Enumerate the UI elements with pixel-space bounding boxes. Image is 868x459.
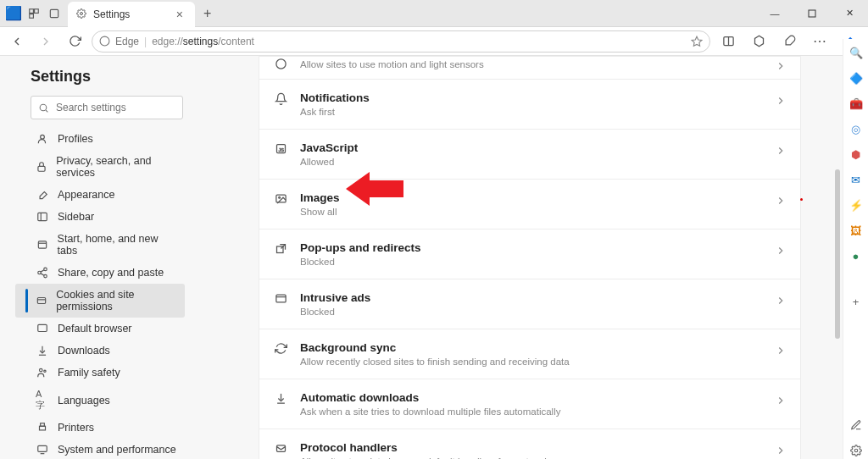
strip-image-icon[interactable]: 🖼 bbox=[848, 222, 865, 239]
workspaces-icon[interactable] bbox=[27, 7, 41, 20]
svg-point-20 bbox=[44, 274, 47, 278]
nav-item-label: Share, copy and paste bbox=[58, 267, 164, 279]
nav-item-label: Printers bbox=[58, 422, 94, 434]
nav-item-share[interactable]: Share, copy and paste bbox=[15, 262, 185, 284]
svg-rect-3 bbox=[50, 9, 58, 17]
family-icon bbox=[36, 367, 49, 379]
permission-desc: Ask when a site tries to download multip… bbox=[300, 406, 763, 417]
settings-search[interactable] bbox=[31, 96, 183, 119]
nav-item-download[interactable]: Downloads bbox=[15, 340, 185, 362]
search-icon bbox=[38, 102, 49, 113]
forward-button[interactable] bbox=[34, 30, 58, 53]
tab-actions-icon[interactable] bbox=[47, 7, 61, 20]
browser-right-sidebar: 🔍 🔷 🧰 ◎ ⬢ ✉ ⚡ 🖼 ● + bbox=[843, 39, 868, 459]
nav-item-label: Start, home, and new tabs bbox=[58, 233, 178, 257]
chevron-right-icon bbox=[775, 295, 787, 307]
gear-icon bbox=[76, 8, 88, 20]
nav-item-label: Cookies and site permissions bbox=[56, 289, 178, 312]
nav-item-browser[interactable]: Default browser bbox=[15, 318, 185, 340]
strip-shopping-icon[interactable]: 🔷 bbox=[848, 69, 865, 86]
permission-row-sync[interactable]: Background syncAllow recently closed sit… bbox=[259, 329, 801, 379]
split-screen-icon[interactable] bbox=[715, 30, 741, 53]
svg-rect-16 bbox=[38, 241, 46, 248]
favorite-icon[interactable] bbox=[691, 36, 703, 47]
strip-onenote-icon[interactable]: ● bbox=[848, 247, 865, 264]
close-window-button[interactable]: ✕ bbox=[831, 0, 868, 27]
svg-point-6 bbox=[100, 36, 109, 46]
permission-title: Protocol handlers bbox=[300, 441, 763, 454]
permission-row-dl[interactable]: Automatic downloadsAsk when a site tries… bbox=[259, 379, 801, 429]
settings-search-input[interactable] bbox=[56, 102, 183, 113]
address-bar[interactable]: Edge | edge://settings/content bbox=[92, 30, 710, 53]
maximize-button[interactable] bbox=[793, 0, 831, 27]
recording-indicator bbox=[800, 198, 803, 201]
nav-item-sidebar[interactable]: Sidebar bbox=[15, 206, 185, 228]
printer-icon bbox=[36, 422, 49, 434]
strip-outlook-icon[interactable]: ✉ bbox=[848, 171, 865, 188]
dl-icon bbox=[273, 392, 288, 405]
settings-sidebar: Settings ProfilesPrivacy, search, and se… bbox=[0, 56, 197, 459]
strip-add-icon[interactable]: + bbox=[848, 293, 865, 310]
nav-item-cookies[interactable]: Cookies and site permissions bbox=[15, 284, 185, 318]
permission-desc: Blocked bbox=[300, 307, 763, 317]
new-tab-button[interactable]: + bbox=[195, 6, 220, 21]
permission-row-ads[interactable]: Intrusive adsBlocked bbox=[259, 279, 801, 329]
site-info-icon[interactable] bbox=[99, 36, 110, 47]
svg-point-4 bbox=[81, 12, 83, 14]
collections-icon[interactable] bbox=[746, 30, 771, 53]
svg-rect-2 bbox=[30, 14, 34, 18]
scrollbar-thumb[interactable] bbox=[835, 169, 840, 339]
strip-edit-icon[interactable] bbox=[848, 417, 865, 434]
chevron-right-icon bbox=[775, 245, 787, 257]
permissions-list: Allow sites to use motion and light sens… bbox=[259, 56, 801, 459]
nav-item-printer[interactable]: Printers bbox=[15, 417, 185, 439]
svg-point-40 bbox=[278, 196, 280, 198]
svg-marker-7 bbox=[692, 36, 702, 46]
menu-icon[interactable]: ⋯ bbox=[807, 30, 832, 53]
strip-search-icon[interactable]: 🔍 bbox=[848, 44, 865, 61]
svg-point-12 bbox=[41, 135, 45, 139]
nav-item-label: Languages bbox=[58, 395, 110, 406]
permission-row-js[interactable]: JSJavaScriptAllowed bbox=[259, 130, 801, 180]
refresh-button[interactable] bbox=[63, 30, 86, 53]
close-tab-button[interactable]: × bbox=[173, 8, 186, 21]
system-icon bbox=[36, 444, 49, 456]
permission-row-bell[interactable]: NotificationsAsk first bbox=[259, 80, 801, 130]
permission-title: Notifications bbox=[300, 91, 763, 104]
svg-line-11 bbox=[46, 110, 47, 112]
browser-tab[interactable]: Settings × bbox=[68, 2, 195, 27]
permission-desc: Blocked bbox=[300, 257, 763, 267]
svg-rect-1 bbox=[35, 8, 39, 13]
strip-tools-icon[interactable]: 🧰 bbox=[848, 95, 865, 112]
nav-item-family[interactable]: Family safety bbox=[15, 362, 185, 384]
extensions-icon[interactable] bbox=[776, 30, 802, 53]
strip-games-icon[interactable]: ◎ bbox=[848, 120, 865, 137]
nav-item-label: Sidebar bbox=[58, 211, 94, 223]
popup-icon bbox=[273, 242, 288, 255]
permission-title: Automatic downloads bbox=[300, 391, 763, 404]
strip-settings-icon[interactable] bbox=[848, 442, 865, 459]
nav-item-lock[interactable]: Privacy, search, and services bbox=[15, 150, 185, 184]
minimize-button[interactable]: — bbox=[756, 0, 793, 27]
settings-heading: Settings bbox=[31, 68, 185, 86]
nav-item-profile[interactable]: Profiles bbox=[15, 128, 185, 150]
nav-item-home[interactable]: Start, home, and new tabs bbox=[15, 228, 185, 262]
strip-drop-icon[interactable]: ⚡ bbox=[848, 196, 865, 213]
nav-item-lang[interactable]: A字Languages bbox=[15, 384, 185, 417]
nav-item-appearance[interactable]: Appearance bbox=[15, 184, 185, 206]
svg-rect-25 bbox=[38, 324, 47, 331]
permission-row-proto[interactable]: Protocol handlersAllow sites to ask to b… bbox=[259, 429, 801, 459]
back-button[interactable] bbox=[5, 30, 29, 53]
permission-row-motion[interactable]: Allow sites to use motion and light sens… bbox=[259, 56, 801, 80]
permission-row-image[interactable]: ImagesShow all bbox=[259, 180, 801, 230]
window-titlebar: 🟦 Settings × + — ✕ bbox=[0, 0, 868, 27]
lock-icon bbox=[36, 161, 47, 173]
svg-rect-0 bbox=[30, 8, 34, 13]
permission-title: JavaScript bbox=[300, 141, 763, 154]
js-icon: JS bbox=[273, 142, 288, 155]
strip-office-icon[interactable]: ⬢ bbox=[848, 146, 865, 163]
permission-desc: Allowed bbox=[300, 157, 763, 167]
nav-item-system[interactable]: System and performance bbox=[15, 439, 185, 459]
permission-row-popup[interactable]: Pop-ups and redirectsBlocked bbox=[259, 230, 801, 279]
svg-rect-43 bbox=[275, 295, 285, 302]
